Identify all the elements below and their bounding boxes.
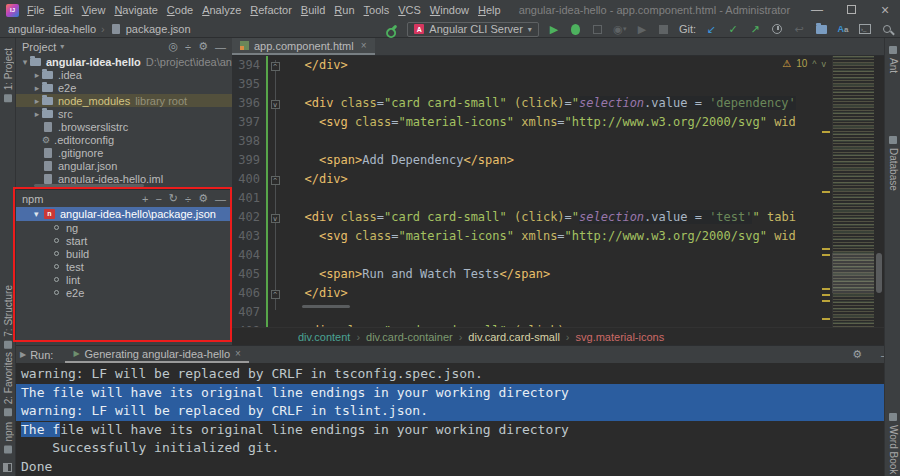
coverage-button[interactable] (591, 22, 605, 36)
stripe-button-1-project[interactable]: 1: Project (1, 48, 15, 102)
stripe-button-2-favorites[interactable]: 2: Favorites (1, 352, 15, 416)
toggle-tool-windows-icon[interactable] (3, 463, 12, 472)
console-line[interactable]: The file will have its original line end… (16, 421, 900, 440)
editor-hscrollbar[interactable] (302, 305, 350, 308)
stripe-button-database[interactable]: Database (886, 136, 900, 191)
menu-tools[interactable]: Tools (364, 4, 390, 16)
translate-button[interactable]: Aa (836, 22, 850, 36)
chevron-right-icon[interactable]: ▸ (32, 83, 42, 93)
stripe-button-word-book[interactable]: Word Book (886, 413, 900, 474)
project-tree-item[interactable]: ▸.idea (16, 68, 232, 81)
code-line[interactable]: 399 <span>Add Dependency</span> (232, 151, 884, 170)
add-button[interactable]: + (142, 193, 148, 205)
npm-script-ng[interactable]: ng (16, 221, 232, 234)
run-console[interactable]: warning: LF will be replaced by CRLF in … (16, 363, 900, 476)
fold-down-icon[interactable]: v (271, 100, 280, 109)
project-tree-item[interactable]: angular.json (16, 159, 232, 172)
fold-up-icon[interactable]: ^ (271, 176, 280, 185)
npm-script-start[interactable]: start (16, 234, 232, 247)
stripe-button-npm[interactable]: npm (1, 422, 15, 453)
stripe-button-ant[interactable]: Ant (886, 46, 900, 73)
debug-button[interactable] (569, 22, 583, 36)
breadcrumb-div-card-card-small[interactable]: div.card.card-small (468, 331, 560, 343)
project-panel-title[interactable]: Project (22, 41, 56, 53)
console-line[interactable]: Successfully initialized git. (16, 439, 900, 458)
code-line[interactable]: 401 (232, 189, 884, 208)
project-tree-item[interactable]: .browserslistrc (16, 120, 232, 133)
editor-vscrollbar[interactable] (874, 56, 884, 327)
profiler-button[interactable]: ◉▾ (613, 22, 627, 36)
code-line[interactable]: 395 (232, 75, 884, 94)
fold-down-icon[interactable]: v (271, 214, 280, 223)
code-line[interactable]: 402v <div class="card card-small" (click… (232, 208, 884, 227)
run-tab-generating[interactable]: ▶ Generating angular-idea-hello × (65, 346, 249, 363)
remove-button[interactable]: − (155, 193, 161, 205)
menu-view[interactable]: View (82, 4, 106, 16)
console-line[interactable]: warning: LF will be replaced by CRLF in … (16, 365, 900, 384)
chevron-down-icon[interactable]: ▾ (34, 209, 44, 219)
settings-gear-button[interactable]: ⚙ (198, 40, 208, 53)
hide-panel-button[interactable]: — (215, 193, 226, 205)
code-line[interactable]: 400^ </div> (232, 170, 884, 189)
npm-script-e2e[interactable]: e2e (16, 286, 232, 299)
close-tab-icon[interactable]: × (235, 348, 241, 359)
menu-window[interactable]: Window (430, 4, 469, 16)
history-button[interactable] (770, 22, 784, 36)
breadcrumb-file[interactable]: package.json (126, 23, 191, 35)
project-tree-item[interactable]: ⚙.editorconfig (16, 133, 232, 146)
chevron-down-icon[interactable]: ▾ (60, 42, 64, 51)
hide-panel-button[interactable]: — (215, 41, 226, 53)
console-line[interactable]: Done (16, 458, 900, 476)
project-tree-item[interactable]: ▸e2e (16, 81, 232, 94)
breadcrumb-div-card-container[interactable]: div.card-container (366, 331, 453, 343)
npm-script-build[interactable]: build (16, 247, 232, 260)
console-line[interactable]: The file will have its original line end… (16, 384, 900, 403)
chevron-down-icon[interactable]: ▾ (20, 57, 30, 67)
project-tree-item[interactable]: ▸src (16, 107, 232, 120)
search-everywhere-button[interactable] (880, 22, 894, 36)
code-area[interactable]: ⚠ 10 ^ v 394^ </div>395396v <div class="… (232, 56, 884, 327)
locate-file-button[interactable]: ◎ (168, 40, 178, 53)
code-line[interactable]: 396v <div class="card card-small" (click… (232, 94, 884, 113)
stripe-button-7-structure[interactable]: 7: Structure (1, 285, 15, 349)
code-line[interactable]: 405 <span>Run and Watch Tests</span> (232, 265, 884, 284)
console-line[interactable]: warning: LF will be replaced by CRLF in … (16, 402, 900, 421)
close-button[interactable]: × (876, 2, 894, 18)
menu-help[interactable]: Help (478, 4, 501, 16)
run-configuration-select[interactable]: A Angular CLI Server ▾ (407, 22, 539, 37)
npm-script-lint[interactable]: lint (16, 273, 232, 286)
close-tab-icon[interactable]: × (361, 40, 367, 51)
remote-host-button[interactable] (814, 22, 828, 36)
menu-edit[interactable]: Edit (54, 4, 73, 16)
minimize-button[interactable]: — (808, 3, 826, 17)
git-commit-button[interactable]: ✓ (726, 22, 740, 36)
code-line[interactable]: 408 <div class="card card-small" (click)… (232, 322, 884, 327)
menu-file[interactable]: File (27, 4, 45, 16)
chevron-right-icon[interactable]: ▸ (32, 96, 42, 106)
maximize-button[interactable] (842, 3, 860, 17)
collapse-all-button[interactable]: ÷ (185, 193, 191, 205)
breadcrumb-svg-material-icons[interactable]: svg.material-icons (576, 331, 665, 343)
collapse-all-button[interactable]: ÷ (185, 41, 191, 53)
refresh-button[interactable]: ↻ (169, 192, 178, 205)
code-line[interactable]: 403 <svg class="material-icons" xmlns="h… (232, 227, 884, 246)
build-project-button[interactable] (385, 22, 399, 36)
run-button[interactable]: ▶ (547, 22, 561, 36)
editor-tab-app-component-html[interactable]: app.component.html × (232, 38, 375, 55)
scrollbar-thumb[interactable] (876, 253, 882, 293)
breadcrumb-div-content[interactable]: div.content (298, 331, 350, 343)
menu-vcs[interactable]: VCS (398, 4, 421, 16)
breadcrumb-project[interactable]: angular-idea-hello (8, 23, 96, 35)
code-line[interactable]: 398 (232, 132, 884, 151)
menu-analyze[interactable]: Analyze (202, 4, 241, 16)
npm-script-test[interactable]: test (16, 260, 232, 273)
code-line[interactable]: 404 (232, 246, 884, 265)
menu-code[interactable]: Code (167, 4, 193, 16)
settings-gear-button[interactable]: ⚙ (852, 348, 862, 361)
git-push-button[interactable]: ↗ (748, 22, 762, 36)
minimap-viewport[interactable] (832, 253, 874, 293)
prev-warning-button[interactable]: ^ (812, 59, 816, 69)
project-tree-item[interactable]: ▸node_moduleslibrary root (16, 94, 232, 107)
menu-build[interactable]: Build (301, 4, 325, 16)
settings-gear-button[interactable]: ⚙ (198, 192, 208, 205)
